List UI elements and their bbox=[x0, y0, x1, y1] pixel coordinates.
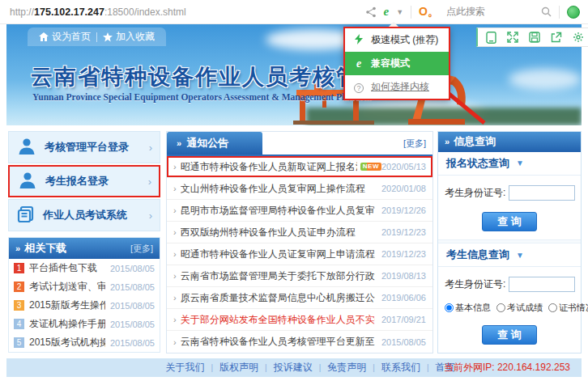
footer-link-1[interactable]: 版权声明 bbox=[219, 361, 258, 375]
radio-input-2[interactable] bbox=[548, 303, 557, 312]
sidebar-item-login-1[interactable]: 考生报名登录› bbox=[8, 165, 160, 197]
notice-item-title: 昭通市特种设备作业人员新取证网上报名流程 bbox=[181, 160, 357, 174]
download-rank-badge: 4 bbox=[14, 319, 24, 329]
info-query-button[interactable]: 查 询 bbox=[482, 325, 537, 345]
notice-item[interactable]: ›昭通市特种设备作业人员证复审网上申请流程及相...2019/12/23 bbox=[167, 243, 432, 265]
download-item[interactable]: 2考试计划送审、审核 ...2015/08/05 bbox=[9, 277, 160, 296]
notice-item[interactable]: ›昭通市特种设备作业人员新取证网上报名流程NEW2020/05/13 bbox=[167, 156, 432, 178]
notice-item-title: 原云南省质量技术监督局信息中心机房搬迁公告 bbox=[181, 291, 375, 305]
radio-option-2[interactable]: 证书情况 bbox=[548, 302, 588, 314]
set-home-link[interactable]: 设为首页 bbox=[39, 30, 91, 44]
info-query-toggle[interactable]: 考生信息查询 ▼ bbox=[438, 243, 581, 267]
login-item-label: 考生报名登录 bbox=[45, 174, 109, 188]
notice-item-title: 云南省市场监督管理局关于委托下放部分行政许可... bbox=[181, 269, 375, 283]
downloads-header: » 相关下载 [更多] bbox=[9, 238, 160, 259]
share-icon[interactable] bbox=[365, 6, 377, 18]
radio-input-0[interactable] bbox=[445, 303, 454, 312]
radio-option-1[interactable]: 考试成绩 bbox=[496, 302, 543, 314]
divider: | bbox=[211, 363, 213, 372]
ie-icon: e bbox=[353, 57, 364, 70]
login-menu: 考核管理平台登录›考生报名登录›作业人员考试系统› bbox=[8, 131, 160, 231]
download-item[interactable]: 32015新版考生操作...2015/08/05 bbox=[9, 296, 160, 315]
notice-item-title: 关于部分网站发布全国特种设备作业人员不实信息... bbox=[181, 313, 375, 327]
download-item[interactable]: 4发证机构操作手册2015/08/05 bbox=[9, 315, 160, 333]
chevron-right-icon: › bbox=[149, 142, 152, 154]
phone-icon[interactable] bbox=[486, 32, 496, 44]
mode-item-ie[interactable]: e兼容模式 bbox=[345, 52, 449, 75]
notice-item[interactable]: ›云南省特种设备作业人员考核管理平台更新至20...2015/08/05 bbox=[167, 331, 432, 353]
divider: | bbox=[427, 363, 429, 372]
notice-item-date: 2019/06/06 bbox=[381, 293, 426, 303]
footer-link-3[interactable]: 免责声明 bbox=[327, 361, 366, 375]
browser-plugin-toolbar bbox=[476, 28, 588, 47]
mode-item-lightning[interactable]: 极速模式 (推荐) bbox=[345, 28, 449, 52]
radio-option-0[interactable]: 基本信息 bbox=[445, 302, 491, 314]
mode-item-label: 兼容模式 bbox=[371, 57, 410, 70]
info-type-radios: 基本信息考试成绩证书情况 bbox=[445, 302, 574, 314]
notices-more-link[interactable]: [更多] bbox=[403, 138, 432, 150]
notice-item[interactable]: ›西双版纳州特种设备作业人员证申办流程2019/12/23 bbox=[167, 222, 432, 243]
radio-input-1[interactable] bbox=[496, 303, 505, 312]
divider bbox=[559, 6, 560, 19]
notices-header: » 通知公告 [更多] bbox=[167, 132, 432, 156]
save-icon[interactable] bbox=[529, 32, 540, 43]
chevron-down-icon[interactable]: ▼ bbox=[396, 8, 403, 16]
chevron-down-icon: ▼ bbox=[516, 251, 524, 260]
download-item-date: 2015/08/05 bbox=[110, 338, 155, 348]
notice-item[interactable]: ›文山州特种设备作业人员复审网上操作流程2020/01/08 bbox=[167, 178, 432, 200]
export-icon[interactable] bbox=[551, 32, 562, 43]
id-label: 考生身份证号: bbox=[445, 186, 505, 200]
download-rank-badge: 5 bbox=[14, 337, 24, 348]
footer-link-4[interactable]: 联系我们 bbox=[381, 361, 420, 375]
status-id-input[interactable] bbox=[509, 185, 575, 201]
notice-item-title: 昆明市市场监督管理局特种设备作业人员复审流程... bbox=[181, 204, 375, 218]
browser-address-bar: http://175.102.17.247:18500/index.shtml … bbox=[0, 0, 588, 24]
tab-notices[interactable]: » 通知公告 bbox=[167, 132, 262, 155]
info-id-input[interactable] bbox=[509, 277, 575, 292]
sidebar-item-login-2[interactable]: 作业人员考试系统› bbox=[8, 199, 160, 231]
download-item[interactable]: 52015版考试机构操...2015/08/05 bbox=[9, 333, 160, 352]
notice-item-date: 2019/12/23 bbox=[381, 249, 426, 259]
notice-item[interactable]: ›关于部分网站发布全国特种设备作业人员不实信息...2017/09/21 bbox=[167, 309, 432, 331]
download-item-date: 2015/08/05 bbox=[110, 301, 155, 311]
notices-list: ›昭通市特种设备作业人员新取证网上报名流程NEW2020/05/13›文山州特种… bbox=[167, 156, 432, 353]
radio-label: 证书情况 bbox=[559, 302, 588, 314]
home-icon bbox=[39, 32, 49, 41]
browser-app-icon[interactable] bbox=[567, 6, 580, 19]
footer-link-0[interactable]: 关于我们 bbox=[165, 361, 204, 375]
fullscreen-icon[interactable] bbox=[507, 32, 518, 43]
notice-item-title: 昭通市特种设备作业人员证复审网上申请流程及相... bbox=[181, 248, 375, 261]
status-query-button[interactable]: 查 询 bbox=[482, 212, 537, 231]
arrow-bullet-icon: › bbox=[173, 249, 177, 259]
footer-link-2[interactable]: 投诉建议 bbox=[274, 361, 313, 375]
add-favorite-link[interactable]: 加入收藏 bbox=[103, 30, 155, 44]
mode-item-label: 如何选择内核 bbox=[371, 80, 429, 94]
notice-item[interactable]: ›昆明市市场监督管理局特种设备作业人员复审流程...2019/12/26 bbox=[167, 200, 432, 222]
radio-label: 考试成绩 bbox=[507, 302, 543, 314]
sidebar-item-login-0[interactable]: 考核管理平台登录› bbox=[8, 131, 160, 163]
downloads-list: 1平台插件包下载2015/08/052考试计划送审、审核 ...2015/08/… bbox=[9, 259, 160, 352]
arrow-bullet-icon: › bbox=[173, 337, 177, 347]
search-input[interactable]: 点此搜索 bbox=[446, 5, 485, 19]
ie-mode-icon[interactable]: e bbox=[384, 5, 390, 19]
notice-item-date: 2020/05/13 bbox=[381, 162, 426, 171]
search-icon[interactable] bbox=[541, 6, 552, 17]
downloads-more-link[interactable]: [更多] bbox=[130, 243, 153, 255]
gear-icon[interactable] bbox=[573, 32, 584, 43]
double-arrow-icon: » bbox=[445, 137, 450, 146]
radio-label: 基本信息 bbox=[455, 302, 491, 314]
lightning-icon bbox=[353, 34, 364, 47]
download-rank-badge: 2 bbox=[14, 282, 24, 292]
notice-item-date: 2019/12/23 bbox=[381, 227, 426, 237]
quick-links: 设为首页 加入收藏 bbox=[28, 28, 166, 46]
notice-item[interactable]: ›原云南省质量技术监督局信息中心机房搬迁公告2019/06/06 bbox=[167, 287, 432, 309]
left-column: 考核管理平台登录›考生报名登录›作业人员考试系统› » 相关下载 [更多] 1平… bbox=[8, 131, 160, 353]
url-text[interactable]: http://175.102.17.247:18500/index.shtml bbox=[10, 6, 186, 18]
notice-item-date: 2020/01/08 bbox=[381, 184, 426, 193]
download-item-title: 发证机构操作手册 bbox=[29, 317, 105, 331]
query-title: 信息查询 bbox=[454, 134, 496, 149]
mode-item-help[interactable]: ?如何选择内核 bbox=[345, 75, 449, 99]
status-query-toggle[interactable]: 报名状态查询 ▼ bbox=[438, 152, 581, 176]
notice-item[interactable]: ›云南省市场监督管理局关于委托下放部分行政许可...2019/08/13 bbox=[167, 265, 432, 287]
download-item[interactable]: 1平台插件包下载2015/08/05 bbox=[9, 259, 160, 277]
